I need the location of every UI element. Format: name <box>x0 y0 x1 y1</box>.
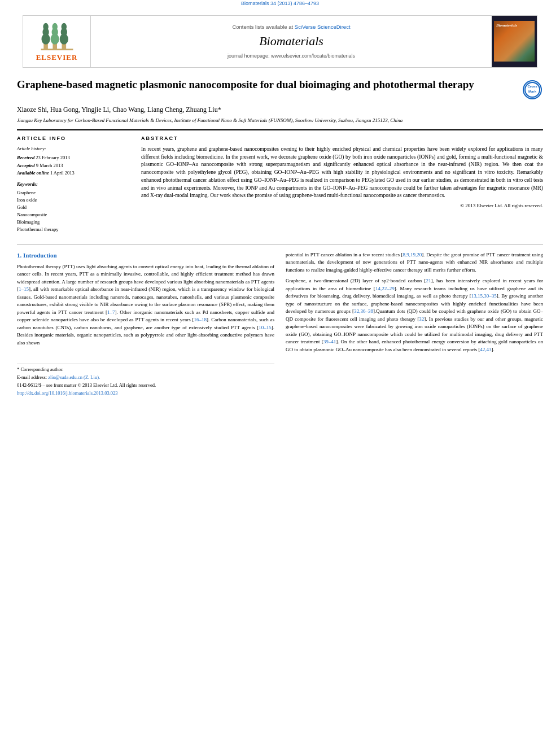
sciverse-link[interactable]: SciVerse ScienceDirect <box>295 24 351 30</box>
footnote-doi: http://dx.doi.org/10.1016/j.biomaterials… <box>17 390 274 397</box>
svg-point-11 <box>61 23 66 30</box>
cover-image: Biomaterials <box>494 21 535 62</box>
journal-name: Biomaterials <box>259 33 323 50</box>
received-date: 23 February 2013 <box>36 155 69 160</box>
elsevier-logo: ELSEVIER <box>36 20 78 63</box>
ref-39-41: 39–41 <box>323 339 336 344</box>
accepted-date: 9 March 2013 <box>36 163 63 168</box>
ref-13-15-30-35: 13,15,30–35 <box>471 293 497 299</box>
keyword-nanocomposite: Nanocomposite <box>17 212 130 219</box>
svg-point-3 <box>43 23 48 30</box>
journal-header: ELSEVIER Contents lists available at Sci… <box>23 15 537 68</box>
keywords-label: Keywords: <box>17 181 130 188</box>
ref-32-2: 32 <box>419 316 424 322</box>
footnote-section: * Corresponding author. E-mail address: … <box>17 364 274 397</box>
article-info-abstract-section: ARTICLE INFO Article history: Received 2… <box>17 129 543 233</box>
page: Biomaterials 34 (2013) 4786–4793 <box>0 0 560 747</box>
abstract-col: ABSTRACT In recent years, graphene and g… <box>141 135 543 233</box>
article-info-col: ARTICLE INFO Article history: Received 2… <box>17 135 130 233</box>
email-label: E-mail address: <box>17 374 47 380</box>
keyword-photothermal: Photothermal therapy <box>17 226 130 233</box>
copyright-line: © 2013 Elsevier Ltd. All rights reserved… <box>141 202 543 209</box>
received-item: Received 23 February 2013 <box>17 155 130 161</box>
ref-21: 21 <box>426 278 431 283</box>
article-info-label: ARTICLE INFO <box>17 135 130 142</box>
cover-label: Biomaterials <box>496 23 517 29</box>
elsevier-tree-icon <box>40 20 74 51</box>
journal-title-section: Contents lists available at SciVerse Sci… <box>91 16 492 67</box>
article-title: Graphene-based magnetic plasmonic nanoco… <box>17 78 523 92</box>
journal-homepage: journal homepage: www.elsevier.com/locat… <box>228 53 355 60</box>
svg-text:Mark: Mark <box>528 90 537 93</box>
body-right-col: potential in PTT cancer ablation in a fe… <box>286 251 543 398</box>
available-item: Available online 1 April 2013 <box>17 170 130 177</box>
svg-text:Cross: Cross <box>527 85 537 88</box>
email-address[interactable]: zliu@suda.edu.cn (Z. Liu). <box>48 374 100 380</box>
available-label: Available online <box>17 170 49 176</box>
doi-link[interactable]: http://dx.doi.org/10.1016/j.biomaterials… <box>17 390 118 396</box>
received-label: Received <box>17 155 34 160</box>
ref-8-9-19-20: 8,9,19,20 <box>403 252 422 257</box>
ref-32-36-38: 32,36–38 <box>354 308 373 314</box>
body-left-col: 1. Introduction Photothermal therapy (PT… <box>17 251 274 398</box>
keyword-gold: Gold <box>17 204 130 211</box>
elsevier-brand: ELSEVIER <box>36 53 78 63</box>
footnote-divider <box>17 364 274 364</box>
abstract-label: ABSTRACT <box>141 135 543 142</box>
accepted-label: Accepted <box>17 163 35 168</box>
available-date: 1 April 2013 <box>50 170 75 176</box>
keyword-bioimaging: Bioimaging <box>17 219 130 226</box>
journal-cover-image: Biomaterials <box>492 16 537 67</box>
ref-1-15: 1–15 <box>19 286 29 292</box>
accepted-item: Accepted 9 March 2013 <box>17 163 130 169</box>
contents-text: Contents lists available at <box>232 24 293 30</box>
body-para-left-1: Photothermal therapy (PTT) uses light ab… <box>17 263 274 347</box>
svg-rect-12 <box>41 49 73 50</box>
article-title-section: Graphene-based magnetic plasmonic nanoco… <box>17 78 543 101</box>
keywords-section: Keywords: Graphene Iron oxide Gold Nanoc… <box>17 181 130 233</box>
ref-1-7: 1–7 <box>107 309 115 315</box>
body-para-right-2: Graphene, a two-dimensional (2D) layer o… <box>286 277 543 353</box>
journal-ref: Biomaterials 34 (2013) 4786–4793 <box>0 0 560 7</box>
article-history-label: Article history: <box>17 146 130 152</box>
ref-10-15: 10–15 <box>259 325 272 330</box>
crossmark-icon: Cross Mark <box>523 80 542 99</box>
body-para-right-1: potential in PTT cancer ablation in a fe… <box>286 251 543 274</box>
crossmark-badge: Cross Mark <box>523 80 543 101</box>
body-section: 1. Introduction Photothermal therapy (PT… <box>17 244 543 398</box>
ref-16-18: 16–18 <box>194 317 207 322</box>
footnote-email: E-mail address: zliu@suda.edu.cn (Z. Liu… <box>17 374 274 381</box>
footnote-corresponding: * Corresponding author. <box>17 366 274 373</box>
svg-point-7 <box>52 23 57 30</box>
ref-14-22-29: 14,22–29 <box>375 286 395 291</box>
footnote-issn: 0142-9612/$ – see front matter © 2013 El… <box>17 382 274 389</box>
keyword-iron-oxide: Iron oxide <box>17 197 130 204</box>
keyword-graphene: Graphene <box>17 190 130 196</box>
affiliation: Jiangsu Key Laboratory for Carbon-Based … <box>17 117 543 124</box>
abstract-text: In recent years, graphene and graphene-b… <box>141 146 543 200</box>
contents-available-line: Contents lists available at SciVerse Sci… <box>232 23 350 30</box>
elsevier-logo-section: ELSEVIER <box>23 16 91 67</box>
ref-42-43: 42,43 <box>480 347 491 352</box>
section1-heading: 1. Introduction <box>17 251 274 260</box>
authors-line: Xiaoze Shi, Hua Gong, Yingjie Li, Chao W… <box>17 105 543 115</box>
